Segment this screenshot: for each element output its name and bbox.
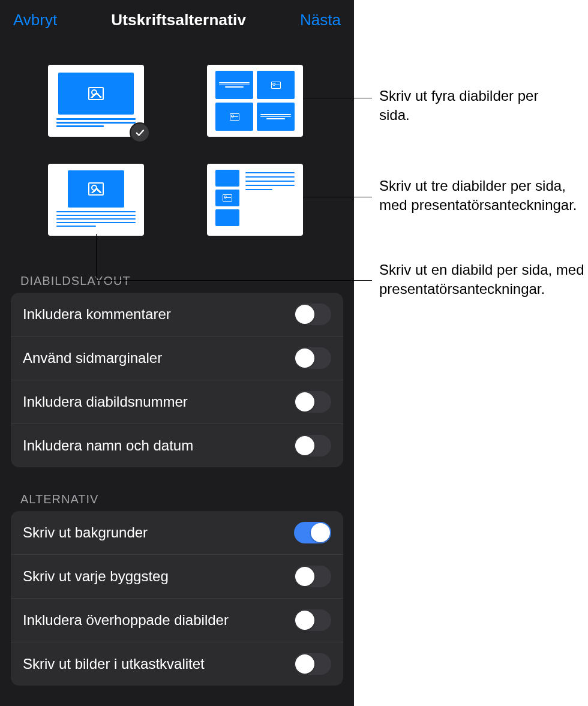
toggle-include-skipped[interactable] xyxy=(294,609,331,631)
image-icon xyxy=(230,113,239,121)
row-print-draft-quality: Skriv ut bilder i utkastkvalitet xyxy=(11,642,343,686)
toggle-use-margins[interactable] xyxy=(294,347,331,369)
label-print-each-build: Skriv ut varje byggsteg xyxy=(23,568,169,585)
header-bar: Avbryt Utskriftsalternativ Nästa xyxy=(0,0,354,38)
caption-lines xyxy=(56,118,136,129)
label-use-margins: Använd sidmarginaler xyxy=(23,350,162,366)
toggle-include-name-date[interactable] xyxy=(294,435,331,456)
label-include-name-date: Inkludera namn och datum xyxy=(23,437,193,454)
row-print-each-build: Skriv ut varje byggsteg xyxy=(11,555,343,599)
image-icon xyxy=(88,182,104,196)
callout-three-slides-notes: Skriv ut tre diabilder per sida, med pre… xyxy=(379,176,588,215)
section-title-layout: DIABILDSLAYOUT xyxy=(0,260,354,293)
toggle-print-each-build[interactable] xyxy=(294,566,331,587)
label-print-draft-quality: Skriv ut bilder i utkastkvalitet xyxy=(23,656,205,672)
row-include-skipped: Inkludera överhoppade diabilder xyxy=(11,599,343,642)
label-include-slide-numbers: Inkludera diabildsnummer xyxy=(23,393,188,410)
layout-thumb-three-with-notes[interactable] xyxy=(207,164,303,236)
image-icon xyxy=(271,82,281,89)
layout-settings-group: Inkludera kommentarer Använd sidmarginal… xyxy=(11,293,343,467)
layout-thumb-one-with-notes[interactable] xyxy=(48,164,144,236)
callout-four-slides: Skriv ut fyra diabilder per sida. xyxy=(379,86,571,125)
print-options-panel: Avbryt Utskriftsalternativ Nästa xyxy=(0,0,354,706)
image-icon xyxy=(88,87,104,100)
layout-thumb-four-slides[interactable] xyxy=(207,65,303,137)
label-include-comments: Inkludera kommentarer xyxy=(23,306,171,323)
row-include-slide-numbers: Inkludera diabildsnummer xyxy=(11,380,343,424)
toggle-include-comments[interactable] xyxy=(294,304,331,325)
label-include-skipped: Inkludera överhoppade diabilder xyxy=(23,612,229,629)
toggle-print-backgrounds[interactable] xyxy=(294,522,331,543)
toggle-include-slide-numbers[interactable] xyxy=(294,391,331,413)
options-settings-group: Skriv ut bakgrunder Skriv ut varje byggs… xyxy=(11,511,343,686)
next-button[interactable]: Nästa xyxy=(300,11,341,29)
layout-thumbnails xyxy=(0,38,354,260)
row-use-margins: Använd sidmarginaler xyxy=(11,337,343,380)
callout-one-slide-notes: Skriv ut en diabild per sida, med presen… xyxy=(379,260,588,299)
row-print-backgrounds: Skriv ut bakgrunder xyxy=(11,511,343,555)
image-icon xyxy=(223,194,232,202)
row-include-comments: Inkludera kommentarer xyxy=(11,293,343,337)
callouts-layer: Skriv ut fyra diabilder per sida. Skriv … xyxy=(354,0,588,706)
section-title-options: ALTERNATIV xyxy=(0,478,354,511)
toggle-print-draft-quality[interactable] xyxy=(294,653,331,675)
label-print-backgrounds: Skriv ut bakgrunder xyxy=(23,524,148,541)
layout-thumb-single-slide[interactable] xyxy=(48,65,144,137)
cancel-button[interactable]: Avbryt xyxy=(13,11,57,29)
row-include-name-date: Inkludera namn och datum xyxy=(11,424,343,467)
page-title: Utskriftsalternativ xyxy=(111,11,246,29)
selected-check-icon xyxy=(130,122,150,143)
